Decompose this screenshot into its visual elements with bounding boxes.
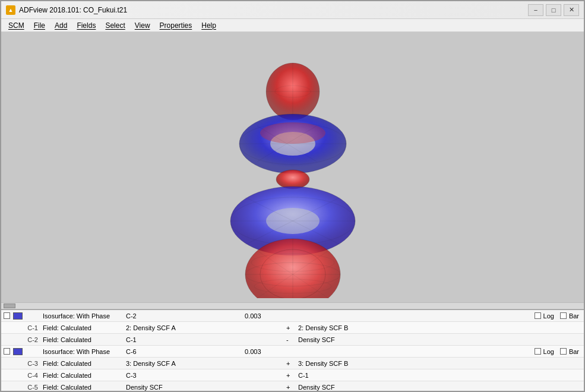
row-type: Field: Calculated bbox=[40, 372, 124, 379]
row-options: LogBar bbox=[415, 348, 584, 355]
row-options: LogBar bbox=[415, 312, 584, 320]
row-checkbox-area bbox=[1, 312, 12, 319]
data-row[interactable]: Isosurface: With PhaseC-60.003LogBar bbox=[1, 346, 584, 358]
close-button[interactable]: ✕ bbox=[564, 4, 579, 16]
row-type: Field: Calculated bbox=[40, 360, 124, 367]
menu-view[interactable]: View bbox=[130, 20, 155, 31]
bar-label: Bar bbox=[569, 312, 579, 320]
log-label: Log bbox=[543, 348, 554, 355]
color-swatch bbox=[13, 372, 23, 379]
row-field2: Density SCF bbox=[296, 384, 415, 391]
visibility-checkbox[interactable] bbox=[4, 312, 10, 319]
menu-fields[interactable]: Fields bbox=[72, 20, 100, 31]
data-row[interactable]: C-3Field: Calculated3: Density SCF A+3: … bbox=[1, 358, 584, 369]
minimize-button[interactable]: − bbox=[528, 4, 543, 16]
data-panel: Isosurface: With PhaseC-20.003LogBarC-1F… bbox=[1, 309, 584, 392]
window-title: ADFview 2018.101: CO_Fukui.t21 bbox=[19, 6, 528, 14]
row-label: C-3 bbox=[24, 360, 40, 367]
log-checkbox[interactable] bbox=[535, 348, 541, 355]
row-type: Field: Calculated bbox=[40, 324, 124, 331]
row-field2: 2: Density SCF B bbox=[296, 324, 415, 331]
row-value: 0.003 bbox=[242, 348, 284, 355]
viewport[interactable] bbox=[1, 32, 584, 302]
menu-select[interactable]: Select bbox=[100, 20, 129, 31]
scrollbar-area[interactable] bbox=[1, 302, 584, 309]
molecular-visualization bbox=[198, 49, 388, 286]
window-controls: − □ ✕ bbox=[528, 4, 579, 16]
color-swatch bbox=[13, 384, 23, 391]
row-field: Density SCF bbox=[124, 384, 242, 391]
row-operator: + bbox=[284, 372, 296, 379]
data-row[interactable]: C-5Field: CalculatedDensity SCF+Density … bbox=[1, 381, 584, 392]
row-operator: - bbox=[284, 336, 296, 343]
color-swatch bbox=[13, 324, 23, 331]
row-field: C-1 bbox=[124, 336, 242, 343]
row-type: Field: Calculated bbox=[40, 384, 124, 391]
bar-checkbox[interactable] bbox=[560, 348, 567, 355]
menu-help[interactable]: Help bbox=[197, 20, 221, 31]
log-label: Log bbox=[543, 312, 554, 320]
app-icon: ▲ bbox=[6, 5, 15, 15]
row-operator: + bbox=[284, 384, 296, 391]
row-label: C-4 bbox=[24, 372, 40, 379]
row-label: C-1 bbox=[24, 324, 40, 331]
bar-checkbox[interactable] bbox=[560, 312, 567, 319]
row-field2: Density SCF bbox=[296, 336, 415, 343]
row-field: C-3 bbox=[124, 372, 242, 379]
bar-label: Bar bbox=[569, 348, 579, 355]
row-field: C-2 bbox=[124, 312, 242, 320]
row-label: C-5 bbox=[24, 384, 40, 391]
row-operator: + bbox=[284, 360, 296, 367]
svg-point-10 bbox=[260, 122, 325, 144]
color-swatch bbox=[13, 360, 23, 367]
row-operator: + bbox=[284, 324, 296, 331]
menu-scm[interactable]: SCM bbox=[4, 20, 29, 31]
scrollbar-thumb[interactable] bbox=[4, 304, 15, 308]
maximize-button[interactable]: □ bbox=[546, 4, 561, 16]
row-checkbox-area bbox=[1, 348, 12, 355]
row-field2: C-1 bbox=[296, 372, 415, 379]
color-swatch bbox=[13, 336, 23, 343]
color-swatch[interactable] bbox=[13, 348, 23, 355]
row-field: 2: Density SCF A bbox=[124, 324, 242, 331]
row-label: C-2 bbox=[24, 336, 40, 343]
visibility-checkbox[interactable] bbox=[4, 348, 10, 355]
row-field: C-6 bbox=[124, 348, 242, 355]
title-bar: ▲ ADFview 2018.101: CO_Fukui.t21 − □ ✕ bbox=[1, 1, 584, 19]
row-type: Isosurface: With Phase bbox=[40, 348, 124, 355]
row-value: 0.003 bbox=[242, 312, 284, 320]
data-row[interactable]: C-2Field: CalculatedC-1-Density SCF bbox=[1, 334, 584, 346]
menu-properties[interactable]: Properties bbox=[155, 20, 197, 31]
data-row[interactable]: C-4Field: CalculatedC-3+C-1 bbox=[1, 369, 584, 381]
data-row[interactable]: C-1Field: Calculated2: Density SCF A+2: … bbox=[1, 322, 584, 334]
menu-bar: SCM File Add Fields Select View Properti… bbox=[1, 19, 584, 32]
row-field: 3: Density SCF A bbox=[124, 360, 242, 367]
color-swatch[interactable] bbox=[13, 312, 23, 320]
menu-add[interactable]: Add bbox=[50, 20, 72, 31]
log-checkbox[interactable] bbox=[535, 312, 541, 319]
row-type: Isosurface: With Phase bbox=[40, 312, 124, 320]
row-field2: 3: Density SCF B bbox=[296, 360, 415, 367]
menu-file[interactable]: File bbox=[29, 20, 50, 31]
data-row[interactable]: Isosurface: With PhaseC-20.003LogBar bbox=[1, 310, 584, 322]
row-type: Field: Calculated bbox=[40, 336, 124, 343]
